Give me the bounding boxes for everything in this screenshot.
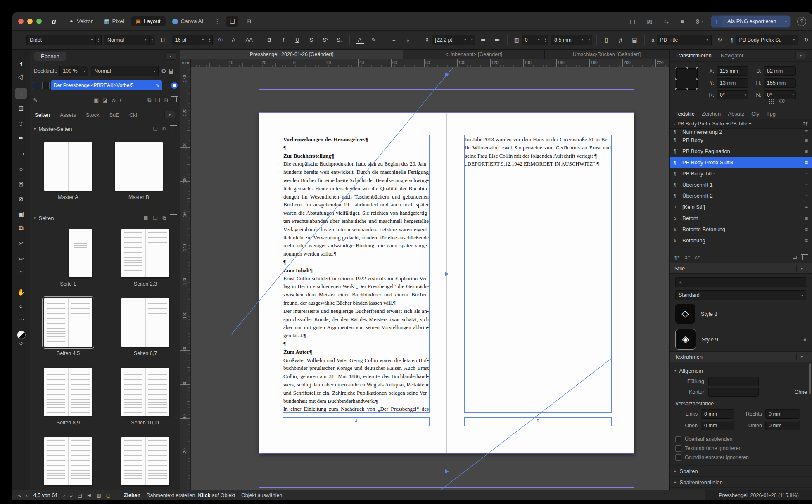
- increase-size-button[interactable]: A+: [215, 35, 227, 45]
- persona-canva-ai[interactable]: Canva AI: [167, 16, 209, 26]
- text-frame-options-button[interactable]: ▯: [601, 35, 612, 45]
- duplicate-icon[interactable]: ⧉: [147, 97, 151, 103]
- last-page-button[interactable]: »: [67, 492, 75, 498]
- lock-icon[interactable]: [169, 71, 173, 74]
- previous-page-button[interactable]: ‹: [24, 492, 30, 498]
- stroke-field[interactable]: [708, 388, 759, 397]
- sync-paragraph-style-button[interactable]: ↻: [800, 35, 812, 45]
- tab-zeichen[interactable]: Zeichen: [702, 111, 721, 117]
- ellipse-tool[interactable]: ○: [15, 163, 27, 175]
- inset-field-unten[interactable]: 0 mm: [765, 421, 800, 430]
- checkbox[interactable]: [675, 454, 681, 461]
- section-spalten[interactable]: ▸Spalten: [670, 465, 812, 476]
- colour-picker-tool[interactable]: ❜: [15, 268, 27, 279]
- document-zoom-label[interactable]: Pressbengel_2026-01-26 (115.8%): [705, 490, 812, 500]
- page-item[interactable]: Seiten 6,7: [121, 298, 169, 358]
- persona-pixel[interactable]: ▦Pixel: [99, 16, 129, 26]
- close-window-button[interactable]: [18, 19, 24, 24]
- transparency-icon[interactable]: ▨: [643, 18, 656, 25]
- page-item[interactable]: [121, 437, 169, 490]
- table-tool[interactable]: ⊞: [15, 103, 27, 114]
- artboard-button[interactable]: ❏: [226, 16, 238, 27]
- adjustment-icon[interactable]: ⊚: [112, 97, 116, 103]
- add-page-icon[interactable]: ❏: [153, 215, 158, 221]
- master-pages-section-header[interactable]: ▾ Master-Seiten ❏ ⧉: [30, 123, 180, 134]
- tab-absatz[interactable]: Absatz: [728, 111, 744, 117]
- help-button[interactable]: ?: [797, 17, 806, 26]
- styles-panel-header[interactable]: Stile: [670, 263, 812, 274]
- search-input[interactable]: ♀: [675, 277, 806, 287]
- numbered-list-button[interactable]: ≕: [491, 35, 503, 45]
- layer-name-bar[interactable]: Der Pressbengel<PBREAK>Vorbe/5 ✎: [51, 80, 162, 90]
- frame-text-tool[interactable]: T: [15, 88, 27, 99]
- text-frame-panel-header[interactable]: Textrahmen: [670, 351, 812, 362]
- link-dimensions-icon[interactable]: [779, 99, 786, 103]
- move-tool[interactable]: ➤: [13, 56, 29, 71]
- collapse-panel-icon[interactable]: [795, 52, 806, 59]
- new-paragraph-style-icon[interactable]: ¶⁺: [674, 255, 680, 260]
- page-thumbnail[interactable]: [44, 368, 92, 416]
- collapse-panel-icon[interactable]: [165, 52, 176, 60]
- vertical-align-button[interactable]: ↧: [402, 35, 414, 45]
- duplicate-icon[interactable]: ⧉: [162, 215, 166, 221]
- panel-tab-seiten[interactable]: Seiten: [35, 112, 50, 118]
- panel-tab-stock[interactable]: Stock: [86, 112, 100, 118]
- transform-field-b[interactable]: 82 mm: [764, 66, 796, 76]
- group-icon[interactable]: ⊞: [164, 97, 168, 103]
- document-tab[interactable]: Umschlag-Rücken [Geändert]: [545, 50, 669, 59]
- tab-tpg[interactable]: Tpg: [766, 111, 775, 117]
- document-tab[interactable]: Pressbengel_2026-01-26 [Geändert]: [180, 50, 403, 59]
- style-menu-icon[interactable]: ≡: [805, 204, 808, 210]
- style-item-row[interactable]: ◈ Style 9 ≡: [670, 326, 812, 351]
- zoom-window-button[interactable]: [36, 19, 42, 24]
- bold-button[interactable]: B: [264, 35, 275, 45]
- anchor-point-icon[interactable]: [769, 99, 774, 104]
- page-thumbnail[interactable]: [121, 298, 169, 347]
- leading-stepper[interactable]: [469, 35, 475, 45]
- pencil-tool[interactable]: ✏: [15, 253, 27, 265]
- page-thumbnail[interactable]: [121, 437, 169, 485]
- fx-icon[interactable]: ◐: [119, 97, 123, 103]
- text-style-item[interactable]: aBetonung≡: [670, 235, 812, 246]
- columns-field[interactable]: 0: [522, 35, 543, 45]
- transform-field-x[interactable]: 115 mm: [717, 66, 748, 76]
- gutter-field[interactable]: 8,5 mm: [551, 35, 586, 45]
- first-page-button[interactable]: «: [16, 492, 24, 498]
- text-style-item[interactable]: ¶Nummerierung 2≡: [670, 129, 812, 135]
- styles-category-select[interactable]: Standard: [675, 290, 806, 300]
- checkbox[interactable]: [675, 436, 681, 442]
- page-thumbnail[interactable]: [44, 437, 92, 485]
- page-item[interactable]: Seiten 8,9: [44, 368, 92, 427]
- detach-style-icon[interactable]: ⇄: [793, 255, 797, 260]
- inset-field-oben[interactable]: 0 mm: [701, 421, 734, 430]
- folder-icon[interactable]: ❏: [155, 97, 160, 103]
- style-item-row[interactable]: ◇ Style 8: [670, 300, 812, 326]
- add-page-icon[interactable]: ❏: [153, 126, 158, 132]
- capitalization-button[interactable]: AA: [243, 35, 255, 45]
- zoom-tool[interactable]: ♀: [15, 301, 27, 313]
- page-thumbnail[interactable]: [121, 368, 169, 416]
- inset-field-links[interactable]: 0 mm: [701, 409, 734, 419]
- font-family-stepper[interactable]: [96, 35, 102, 45]
- subscript-button[interactable]: S₂: [334, 35, 345, 45]
- pages-tool[interactable]: ⧉: [15, 222, 27, 234]
- export-png-button[interactable]: ↑ Als PNG exportieren ▾: [711, 15, 791, 28]
- opacity-select[interactable]: 100 %: [59, 66, 88, 76]
- right-text-frame[interactable]: Im Jahr 2013 wurden vor dem Haus in der …: [464, 135, 612, 413]
- page-thumbnail[interactable]: [44, 142, 92, 191]
- style-menu-icon[interactable]: ≡: [805, 137, 808, 143]
- pages-section-header[interactable]: ▾ Seiten ▤ ❏ ⧉: [30, 213, 180, 223]
- right-footer-frame[interactable]: 5: [464, 417, 612, 426]
- style-menu-icon[interactable]: ≡: [805, 193, 808, 199]
- paragraph-style-select[interactable]: PB Body Prefix Su: [736, 35, 798, 45]
- horizontal-ruler[interactable]: -40-20020406080100120140160180200220: [191, 59, 669, 67]
- panel-tab-assets[interactable]: Assets: [60, 112, 76, 118]
- page-item[interactable]: Seiten 10,11: [121, 368, 169, 427]
- artistic-text-tool[interactable]: T: [15, 118, 27, 130]
- trash-icon[interactable]: [802, 255, 807, 260]
- layers-panel-tab[interactable]: Ebenen: [34, 52, 66, 61]
- master-page-item[interactable]: Master A: [44, 142, 92, 202]
- tab-navigator[interactable]: Navigator: [721, 52, 744, 59]
- trash-icon[interactable]: [171, 126, 176, 131]
- type-variant-button[interactable]: tT: [158, 35, 169, 45]
